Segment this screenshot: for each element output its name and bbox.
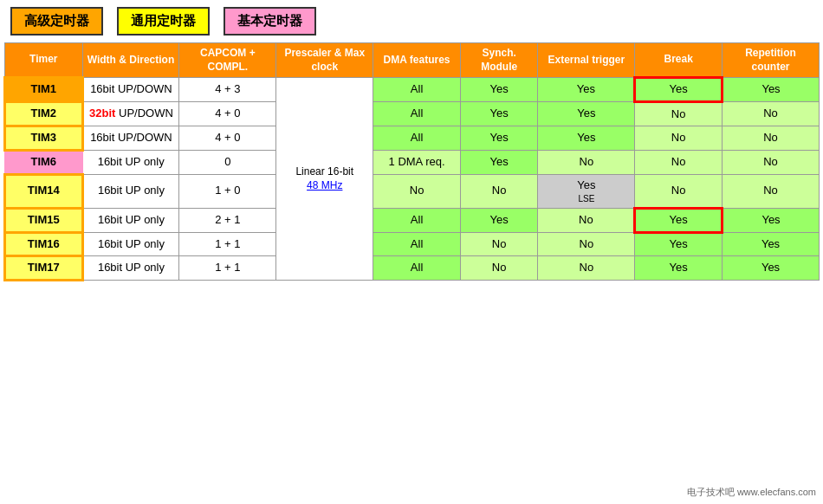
ext-trigger-cell: No (538, 150, 635, 174)
synch-cell: Yes (460, 78, 538, 102)
col-synch: Synch. Module (460, 43, 538, 78)
dma-cell: All (373, 102, 461, 126)
dma-cell: All (373, 78, 461, 102)
ext-trigger-cell: No (538, 232, 635, 256)
ext-trigger-cell: No (538, 256, 635, 281)
timer-name-cell: TIM16 (5, 232, 83, 256)
synch-cell: Yes (460, 102, 538, 126)
width-cell: 16bit UP only (82, 174, 179, 208)
table-header-row: Timer Width & Direction CAPCOM + COMPL. … (5, 43, 820, 78)
table-row: TIM1416bit UP only1 + 0NoNoYesLSENoNo (5, 174, 820, 208)
badge-advanced: 高级定时器 (10, 7, 103, 36)
capcom-cell: 4 + 0 (179, 126, 276, 150)
col-prescaler: Prescaler & Max clock (276, 43, 373, 78)
table-row: TIM232bit UP/DOWN4 + 0AllYesYesNoNo (5, 102, 820, 126)
rep-counter-cell: Yes (723, 256, 820, 281)
break-cell: Yes (635, 256, 723, 281)
rep-counter-cell: No (723, 150, 820, 174)
synch-cell: No (460, 232, 538, 256)
table-row: TIM1716bit UP only1 + 1AllNoNoYesYes (5, 256, 820, 281)
rep-counter-cell: No (723, 126, 820, 150)
break-cell: No (635, 102, 723, 126)
table-wrap: Timer Width & Direction CAPCOM + COMPL. … (0, 42, 823, 285)
timer-table: Timer Width & Direction CAPCOM + COMPL. … (3, 42, 820, 281)
prescaler-link[interactable]: 48 MHz (307, 179, 342, 191)
synch-cell: No (460, 174, 538, 208)
table-row: TIM1616bit UP only1 + 1AllNoNoYesYes (5, 232, 820, 256)
prescaler-cell: Linear 16-bit48 MHz (276, 78, 373, 281)
badge-general: 通用定时器 (117, 7, 210, 36)
table-row: TIM116bit UP/DOWN4 + 3Linear 16-bit48 MH… (5, 78, 820, 102)
width-cell: 16bit UP only (82, 256, 179, 281)
break-cell: No (635, 126, 723, 150)
ext-trigger-cell: YesLSE (538, 174, 635, 208)
rep-counter-cell: Yes (723, 208, 820, 232)
synch-cell: Yes (460, 126, 538, 150)
dma-cell: No (373, 174, 461, 208)
dma-cell: All (373, 232, 461, 256)
table-row: TIM616bit UP only01 DMA req.YesNoNoNo (5, 150, 820, 174)
timer-name-cell: TIM1 (5, 78, 83, 102)
col-capcom: CAPCOM + COMPL. (179, 43, 276, 78)
break-cell: Yes (635, 78, 723, 102)
dma-cell: All (373, 208, 461, 232)
width-cell: 16bit UP only (82, 232, 179, 256)
capcom-cell: 0 (179, 150, 276, 174)
capcom-cell: 4 + 0 (179, 102, 276, 126)
col-break: Break (635, 43, 723, 78)
break-cell: Yes (635, 208, 723, 232)
synch-cell: Yes (460, 208, 538, 232)
width-cell: 16bit UP only (82, 208, 179, 232)
rep-counter-cell: Yes (723, 78, 820, 102)
dma-cell: All (373, 256, 461, 281)
col-dma: DMA features (373, 43, 461, 78)
col-rep: Repetition counter (723, 43, 820, 78)
break-cell: No (635, 150, 723, 174)
synch-cell: Yes (460, 150, 538, 174)
ext-trigger-cell: Yes (538, 102, 635, 126)
timer-name-cell: TIM2 (5, 102, 83, 126)
timer-name-cell: TIM14 (5, 174, 83, 208)
capcom-cell: 2 + 1 (179, 208, 276, 232)
rep-counter-cell: No (723, 102, 820, 126)
width-cell: 16bit UP only (82, 150, 179, 174)
watermark: 电子技术吧 www.elecfans.com (684, 484, 820, 501)
capcom-cell: 4 + 3 (179, 78, 276, 102)
timer-name-cell: TIM6 (5, 150, 83, 174)
table-row: TIM1516bit UP only2 + 1AllYesNoYesYes (5, 208, 820, 232)
dma-cell: All (373, 126, 461, 150)
width-cell: 16bit UP/DOWN (82, 126, 179, 150)
col-ext: External trigger (538, 43, 635, 78)
ext-trigger-cell: Yes (538, 78, 635, 102)
break-cell: Yes (635, 232, 723, 256)
capcom-cell: 1 + 1 (179, 256, 276, 281)
rep-counter-cell: No (723, 174, 820, 208)
ext-trigger-cell: No (538, 208, 635, 232)
rep-counter-cell: Yes (723, 232, 820, 256)
prescaler-text: Linear 16-bit (295, 165, 353, 178)
badge-basic: 基本定时器 (224, 7, 316, 36)
table-row: TIM316bit UP/DOWN4 + 0AllYesYesNoNo (5, 126, 820, 150)
width-cell: 32bit UP/DOWN (82, 102, 179, 126)
synch-cell: No (460, 256, 538, 281)
capcom-cell: 1 + 1 (179, 232, 276, 256)
top-bar: 高级定时器 通用定时器 基本定时器 (0, 0, 823, 42)
ext-trigger-cell: Yes (538, 126, 635, 150)
width-cell: 16bit UP/DOWN (82, 78, 179, 102)
capcom-cell: 1 + 0 (179, 174, 276, 208)
timer-name-cell: TIM15 (5, 208, 83, 232)
col-width: Width & Direction (82, 43, 179, 78)
col-timer: Timer (5, 43, 83, 78)
break-cell: No (635, 174, 723, 208)
timer-name-cell: TIM17 (5, 256, 83, 281)
timer-name-cell: TIM3 (5, 126, 83, 150)
dma-cell: 1 DMA req. (373, 150, 461, 174)
